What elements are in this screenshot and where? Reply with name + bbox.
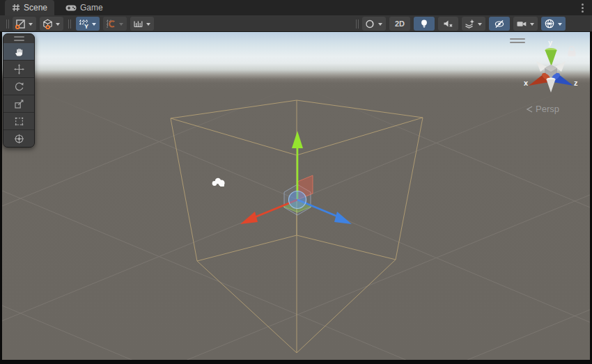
dropdown-caret-icon[interactable] (56, 23, 60, 28)
persp-chevron-icon (525, 105, 533, 113)
rotate-tool-button[interactable] (3, 77, 34, 95)
handle-orientation-button[interactable] (40, 17, 63, 31)
transform-tool-button[interactable] (3, 129, 34, 147)
toolbar-right-group: 2D (352, 16, 569, 31)
increment-snap-button[interactable] (103, 17, 127, 31)
z-axis-cone[interactable] (334, 212, 352, 224)
dropdown-caret-icon[interactable] (29, 23, 33, 28)
y-axis-gizmo-cone[interactable] (545, 50, 557, 66)
view-tool-button[interactable] (3, 43, 34, 60)
move-arrows-icon (14, 64, 24, 74)
rect-icon (14, 116, 24, 127)
orientation-cube-icon (42, 19, 53, 29)
scene-3d-view: x y z (2, 32, 590, 360)
projection-label: Persp (536, 104, 559, 114)
free-move-handle[interactable] (289, 191, 306, 209)
dropdown-caret-icon[interactable] (119, 23, 123, 28)
2d-mode-button[interactable]: 2D (389, 17, 410, 31)
projection-toggle[interactable]: Persp (525, 104, 559, 114)
dropdown-caret-icon[interactable] (378, 23, 382, 28)
toolbar-left-group: Y (3, 16, 157, 31)
lighting-toggle-button[interactable] (414, 17, 435, 31)
grid-snap-icon: Y (79, 19, 89, 29)
shading-mode-button[interactable] (362, 17, 386, 31)
eye-hidden-icon (494, 19, 505, 29)
toolbar-separator (68, 19, 71, 29)
grid-snap-axis-label: Y (84, 23, 88, 29)
y-axis-cone[interactable] (292, 131, 303, 148)
tab-label-scene: Scene (24, 3, 47, 13)
scene-visibility-button[interactable] (489, 17, 510, 31)
rect-tool-button[interactable] (3, 112, 34, 129)
dropdown-caret-icon[interactable] (146, 23, 150, 28)
transform-icon (14, 134, 24, 144)
dropdown-caret-icon[interactable] (530, 23, 534, 28)
shaded-sphere-icon (365, 19, 375, 29)
gizmo-drag-handle-icon[interactable] (510, 38, 525, 43)
gizmos-globe-icon (544, 18, 555, 29)
tab-game[interactable]: Game (59, 0, 110, 15)
pivot-mode-button[interactable] (13, 17, 36, 31)
gizmo-x-label: x (524, 79, 529, 87)
audio-mute-icon (443, 19, 453, 29)
tab-label-game: Game (80, 3, 103, 13)
dropdown-caret-icon[interactable] (92, 23, 96, 28)
lock-icon[interactable] (567, 45, 577, 57)
camera-settings-button[interactable] (513, 17, 538, 31)
tab-bar: Scene Game (0, 0, 592, 15)
camera-gizmo-icon[interactable] (212, 178, 225, 187)
gizmos-toggle-button[interactable] (541, 17, 566, 31)
increment-snap-icon (106, 19, 116, 29)
camera-icon (516, 19, 527, 29)
2d-mode-label: 2D (395, 19, 405, 28)
gamepad-icon (65, 4, 77, 12)
effects-toggle-button[interactable] (462, 17, 485, 31)
gizmo-y-label: y (548, 38, 553, 47)
move-gizmo[interactable] (240, 131, 352, 224)
scene-toolbar: Y 2D (0, 15, 592, 32)
scene-viewport[interactable]: x y z Persp (2, 32, 590, 360)
hand-icon (14, 47, 24, 57)
light-bulb-icon (419, 19, 429, 29)
scale-icon (14, 99, 24, 109)
move-tool-button[interactable] (3, 60, 34, 77)
tools-overlay (3, 33, 35, 148)
tab-scene[interactable]: Scene (5, 0, 54, 15)
audio-toggle-button[interactable] (438, 17, 458, 31)
gizmo-z-label: z (574, 79, 578, 87)
tools-drag-handle-icon[interactable] (3, 34, 34, 43)
rotate-arrows-icon (14, 81, 24, 92)
dropdown-caret-icon[interactable] (478, 23, 482, 28)
grid-snap-button[interactable]: Y (76, 17, 100, 31)
grid-icon (12, 3, 20, 12)
snap-settings-button[interactable] (130, 17, 154, 31)
ruler-icon (133, 19, 143, 29)
scale-tool-button[interactable] (3, 95, 34, 112)
effects-star-icon (465, 19, 475, 29)
pivot-rect-icon (15, 19, 26, 29)
neg-y-axis-cone[interactable] (547, 79, 556, 93)
toolbar-drag-handle-icon[interactable] (6, 19, 9, 29)
x-axis-cone[interactable] (240, 212, 258, 224)
toolbar-separator (356, 19, 359, 29)
kebab-menu-icon[interactable] (577, 2, 587, 13)
dropdown-caret-icon[interactable] (558, 23, 562, 28)
